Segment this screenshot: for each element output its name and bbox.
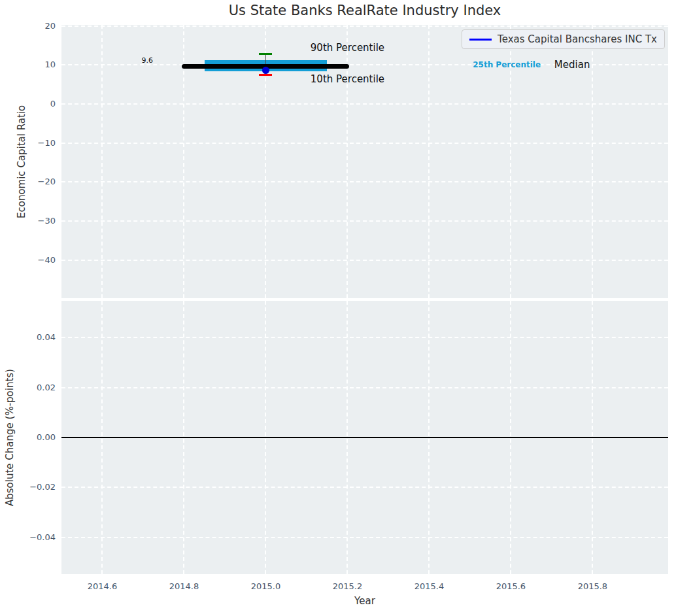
y-tick-label: −10 [38, 137, 56, 149]
v-gridline [592, 25, 593, 298]
y-tick-label: −30 [38, 215, 56, 227]
v-gridline [428, 25, 430, 298]
whisker-cap-90 [259, 53, 272, 55]
y-tick-label: −0.02 [29, 481, 56, 493]
top-y-axis-label: Economic Capital Ratio [16, 25, 27, 298]
y-tick-label: 20 [44, 20, 56, 32]
y-tick-label: 10 [44, 59, 56, 71]
h-gridline [61, 537, 668, 538]
bottom-axes [61, 301, 668, 574]
x-tick-label: 2014.6 [76, 581, 128, 591]
x-tick-label: 2015.0 [239, 581, 292, 591]
figure: Us State Banks RealRate Industry Index E… [0, 0, 676, 616]
v-gridline [101, 25, 103, 298]
x-tick-label: 2014.8 [158, 581, 210, 591]
annotation: 10th Percentile [311, 73, 384, 85]
company-point [262, 67, 269, 74]
h-gridline [61, 103, 668, 105]
h-gridline [61, 26, 668, 27]
y-tick-label: 0.04 [37, 332, 56, 343]
y-tick-label: −40 [38, 254, 56, 266]
y-tick-label: −20 [38, 176, 56, 188]
h-gridline [61, 487, 668, 488]
h-gridline [61, 260, 668, 261]
x-tick-label: 2015.4 [403, 581, 455, 591]
x-tick-label: 2015.6 [484, 581, 537, 591]
legend: Texas Capital Bancshares INC Tx [462, 29, 665, 49]
y-tick-label: 0.02 [37, 382, 56, 394]
whisker-cap-10 [259, 74, 272, 76]
h-gridline [61, 337, 668, 338]
chart-title: Us State Banks RealRate Industry Index [61, 3, 668, 18]
x-tick-label: 2015.2 [321, 581, 373, 591]
annotation: 25th Percentile [473, 60, 541, 69]
y-tick-label: −0.04 [29, 532, 56, 543]
legend-entry-label: Texas Capital Bancshares INC Tx [498, 33, 657, 45]
zero-line [61, 437, 668, 438]
h-gridline [61, 220, 668, 222]
h-gridline [61, 387, 668, 388]
y-tick-label: 0 [50, 98, 56, 110]
x-tick-label: 2015.8 [566, 581, 618, 591]
h-gridline [61, 143, 668, 144]
y-tick-label: 0.00 [37, 432, 56, 443]
annotation: Median [554, 59, 590, 71]
legend-line-sample-icon [469, 39, 492, 41]
h-gridline [61, 181, 668, 182]
annotation: 9.6 [141, 56, 153, 64]
annotation: 90th Percentile [311, 42, 384, 54]
x-axis-label: Year [61, 595, 668, 607]
bottom-y-axis-label: Absolute Change (%-points) [4, 301, 16, 574]
